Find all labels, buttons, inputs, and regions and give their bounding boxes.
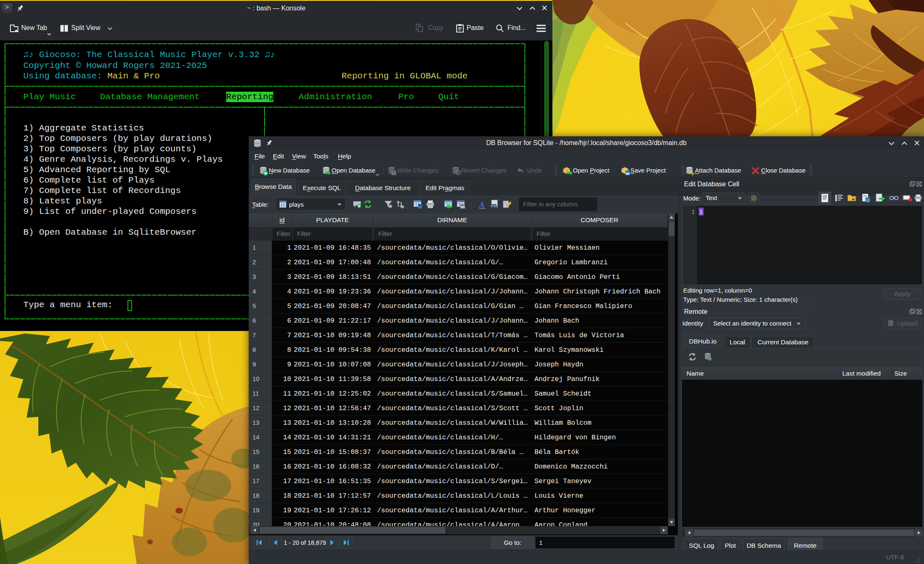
svg-text:A: A [478, 200, 484, 209]
